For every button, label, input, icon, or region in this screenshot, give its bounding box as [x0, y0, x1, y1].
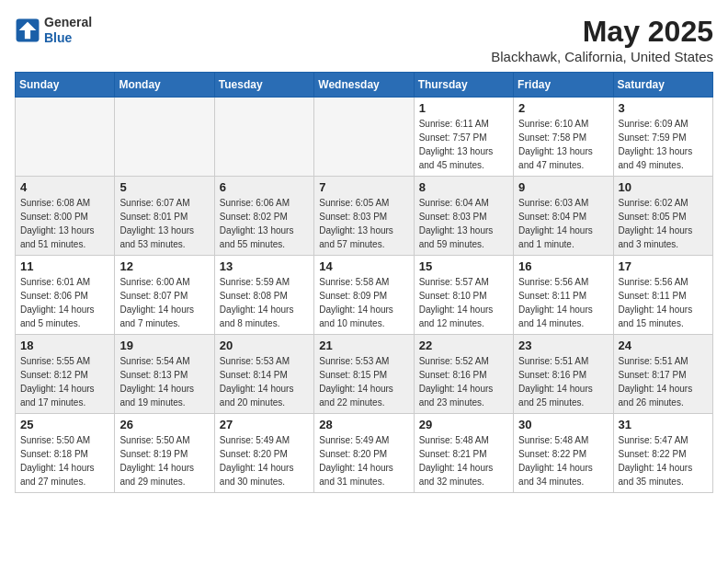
day-info: Sunrise: 6:02 AMSunset: 8:05 PMDaylight:…	[619, 196, 708, 251]
day-info: Sunrise: 5:57 AMSunset: 8:10 PMDaylight:…	[419, 275, 508, 330]
page-header: General Blue May 2025 Blackhawk, Califor…	[15, 15, 713, 64]
day-number: 11	[20, 259, 109, 273]
day-number: 28	[319, 418, 408, 431]
calendar-body: 1Sunrise: 6:11 AMSunset: 7:57 PMDaylight…	[16, 98, 713, 493]
calendar-cell-w3-d6: 16Sunrise: 5:56 AMSunset: 8:11 PMDayligh…	[514, 256, 613, 335]
day-info: Sunrise: 6:07 AMSunset: 8:01 PMDaylight:…	[119, 196, 209, 251]
day-info: Sunrise: 5:55 AMSunset: 8:12 PMDaylight:…	[20, 354, 109, 409]
calendar-cell-w1-d5: 1Sunrise: 6:11 AMSunset: 7:57 PMDaylight…	[414, 98, 513, 177]
day-info: Sunrise: 5:48 AMSunset: 8:22 PMDaylight:…	[518, 433, 608, 488]
day-info: Sunrise: 6:11 AMSunset: 7:57 PMDaylight:…	[419, 117, 508, 172]
day-number: 18	[20, 339, 109, 352]
calendar-cell-w1-d2	[115, 98, 214, 177]
day-number: 21	[319, 339, 408, 352]
day-number: 25	[20, 418, 109, 431]
header-thursday: Thursday	[414, 73, 513, 98]
header-wednesday: Wednesday	[314, 73, 414, 98]
logo-general-text: General	[44, 15, 92, 30]
day-info: Sunrise: 5:53 AMSunset: 8:14 PMDaylight:…	[220, 354, 309, 409]
day-number: 5	[119, 180, 209, 194]
calendar-week-4: 18Sunrise: 5:55 AMSunset: 8:12 PMDayligh…	[16, 335, 713, 414]
day-number: 9	[518, 180, 608, 194]
day-info: Sunrise: 5:49 AMSunset: 8:20 PMDaylight:…	[319, 433, 408, 488]
calendar-week-2: 4Sunrise: 6:08 AMSunset: 8:00 PMDaylight…	[16, 177, 713, 256]
calendar-cell-w4-d2: 19Sunrise: 5:54 AMSunset: 8:13 PMDayligh…	[115, 335, 214, 414]
calendar-cell-w3-d4: 14Sunrise: 5:58 AMSunset: 8:09 PMDayligh…	[314, 256, 414, 335]
calendar-cell-w2-d7: 10Sunrise: 6:02 AMSunset: 8:05 PMDayligh…	[613, 177, 712, 256]
calendar-week-3: 11Sunrise: 6:01 AMSunset: 8:06 PMDayligh…	[16, 256, 713, 335]
day-number: 4	[20, 180, 109, 194]
calendar-cell-w2-d3: 6Sunrise: 6:06 AMSunset: 8:02 PMDaylight…	[214, 177, 313, 256]
day-info: Sunrise: 5:58 AMSunset: 8:09 PMDaylight:…	[319, 275, 408, 330]
calendar-cell-w4-d6: 23Sunrise: 5:51 AMSunset: 8:16 PMDayligh…	[514, 335, 613, 414]
day-info: Sunrise: 5:54 AMSunset: 8:13 PMDaylight:…	[119, 354, 209, 409]
header-tuesday: Tuesday	[214, 73, 313, 98]
calendar-cell-w2-d6: 9Sunrise: 6:03 AMSunset: 8:04 PMDaylight…	[514, 177, 613, 256]
day-number: 26	[119, 418, 209, 431]
day-number: 10	[619, 180, 708, 194]
calendar-cell-w4-d7: 24Sunrise: 5:51 AMSunset: 8:17 PMDayligh…	[613, 335, 712, 414]
day-number: 1	[419, 101, 508, 115]
day-info: Sunrise: 5:49 AMSunset: 8:20 PMDaylight:…	[220, 433, 309, 488]
day-number: 31	[619, 418, 708, 431]
logo-icon	[15, 17, 40, 43]
logo-blue-text: Blue	[44, 30, 92, 46]
calendar-header: SundayMondayTuesdayWednesdayThursdayFrid…	[16, 73, 713, 98]
day-number: 19	[119, 339, 209, 352]
day-number: 24	[619, 339, 708, 352]
day-info: Sunrise: 6:00 AMSunset: 8:07 PMDaylight:…	[119, 275, 209, 330]
day-number: 13	[220, 259, 309, 273]
day-info: Sunrise: 5:52 AMSunset: 8:16 PMDaylight:…	[419, 354, 508, 409]
calendar-cell-w2-d1: 4Sunrise: 6:08 AMSunset: 8:00 PMDaylight…	[16, 177, 115, 256]
calendar-cell-w1-d7: 3Sunrise: 6:09 AMSunset: 7:59 PMDaylight…	[613, 98, 712, 177]
day-info: Sunrise: 6:05 AMSunset: 8:03 PMDaylight:…	[319, 196, 408, 251]
day-info: Sunrise: 6:06 AMSunset: 8:02 PMDaylight:…	[220, 196, 309, 251]
day-info: Sunrise: 5:51 AMSunset: 8:16 PMDaylight:…	[518, 354, 608, 409]
calendar-cell-w2-d4: 7Sunrise: 6:05 AMSunset: 8:03 PMDaylight…	[314, 177, 414, 256]
header-sunday: Sunday	[16, 73, 115, 98]
day-info: Sunrise: 6:10 AMSunset: 7:58 PMDaylight:…	[518, 117, 608, 172]
day-number: 2	[518, 101, 608, 115]
day-number: 20	[220, 339, 309, 352]
day-number: 23	[518, 339, 608, 352]
calendar-cell-w5-d5: 29Sunrise: 5:48 AMSunset: 8:21 PMDayligh…	[414, 414, 513, 493]
header-friday: Friday	[514, 73, 613, 98]
day-number: 30	[518, 418, 608, 431]
day-number: 22	[419, 339, 508, 352]
day-info: Sunrise: 5:51 AMSunset: 8:17 PMDaylight:…	[619, 354, 708, 409]
day-info: Sunrise: 6:03 AMSunset: 8:04 PMDaylight:…	[518, 196, 608, 251]
day-number: 14	[319, 259, 408, 273]
day-info: Sunrise: 5:59 AMSunset: 8:08 PMDaylight:…	[220, 275, 309, 330]
calendar-week-1: 1Sunrise: 6:11 AMSunset: 7:57 PMDaylight…	[16, 98, 713, 177]
calendar-cell-w5-d7: 31Sunrise: 5:47 AMSunset: 8:22 PMDayligh…	[613, 414, 712, 493]
calendar-cell-w1-d4	[314, 98, 414, 177]
calendar-cell-w4-d3: 20Sunrise: 5:53 AMSunset: 8:14 PMDayligh…	[214, 335, 313, 414]
day-info: Sunrise: 5:56 AMSunset: 8:11 PMDaylight:…	[619, 275, 708, 330]
calendar-cell-w2-d5: 8Sunrise: 6:04 AMSunset: 8:03 PMDaylight…	[414, 177, 513, 256]
day-number: 27	[220, 418, 309, 431]
day-info: Sunrise: 6:08 AMSunset: 8:00 PMDaylight:…	[20, 196, 109, 251]
location-text: Blackhawk, California, United States	[491, 49, 713, 64]
calendar-cell-w4-d1: 18Sunrise: 5:55 AMSunset: 8:12 PMDayligh…	[16, 335, 115, 414]
day-number: 29	[419, 418, 508, 431]
day-info: Sunrise: 5:56 AMSunset: 8:11 PMDaylight:…	[518, 275, 608, 330]
calendar-cell-w5-d1: 25Sunrise: 5:50 AMSunset: 8:18 PMDayligh…	[16, 414, 115, 493]
logo: General Blue	[15, 15, 92, 46]
calendar-cell-w1-d1	[16, 98, 115, 177]
logo-text: General Blue	[44, 15, 92, 46]
header-monday: Monday	[115, 73, 214, 98]
day-info: Sunrise: 5:50 AMSunset: 8:18 PMDaylight:…	[20, 433, 109, 488]
day-info: Sunrise: 6:01 AMSunset: 8:06 PMDaylight:…	[20, 275, 109, 330]
day-info: Sunrise: 5:53 AMSunset: 8:15 PMDaylight:…	[319, 354, 408, 409]
calendar-week-5: 25Sunrise: 5:50 AMSunset: 8:18 PMDayligh…	[16, 414, 713, 493]
day-info: Sunrise: 6:04 AMSunset: 8:03 PMDaylight:…	[419, 196, 508, 251]
calendar-cell-w5-d6: 30Sunrise: 5:48 AMSunset: 8:22 PMDayligh…	[514, 414, 613, 493]
calendar-cell-w2-d2: 5Sunrise: 6:07 AMSunset: 8:01 PMDaylight…	[115, 177, 214, 256]
month-title: May 2025	[491, 15, 713, 49]
header-saturday: Saturday	[613, 73, 712, 98]
calendar-cell-w3-d3: 13Sunrise: 5:59 AMSunset: 8:08 PMDayligh…	[214, 256, 313, 335]
day-number: 7	[319, 180, 408, 194]
day-number: 15	[419, 259, 508, 273]
title-block: May 2025 Blackhawk, California, United S…	[491, 15, 713, 64]
calendar-cell-w1-d6: 2Sunrise: 6:10 AMSunset: 7:58 PMDaylight…	[514, 98, 613, 177]
